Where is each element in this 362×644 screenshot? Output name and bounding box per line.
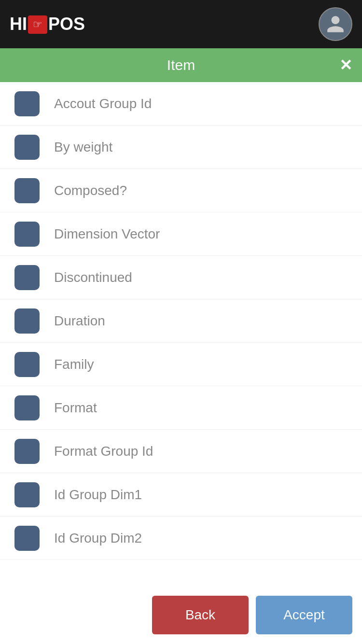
bottom-action-bar: Back Accept — [0, 586, 362, 644]
list-item: Composed? — [0, 169, 362, 212]
item-label-dimension-vector: Dimension Vector — [54, 226, 160, 242]
checkbox-by-weight[interactable] — [14, 135, 40, 160]
checkbox-discontinued[interactable] — [14, 265, 40, 290]
items-list: Accout Group Id By weight Composed? Dime… — [0, 82, 362, 560]
checkbox-accout-group-id[interactable] — [14, 91, 40, 116]
user-icon — [325, 14, 346, 34]
item-label-family: Family — [54, 357, 94, 372]
item-label-by-weight: By weight — [54, 140, 112, 155]
checkbox-id-group-dim1[interactable] — [14, 482, 40, 507]
user-avatar[interactable] — [319, 7, 352, 41]
checkbox-family[interactable] — [14, 352, 40, 377]
list-item: Dimension Vector — [0, 212, 362, 256]
list-item: Family — [0, 343, 362, 386]
item-label-duration: Duration — [54, 313, 105, 329]
page-title: Item — [167, 57, 195, 73]
checkbox-format-group-id[interactable] — [14, 439, 40, 464]
item-label-id-group-dim2: Id Group Dim2 — [54, 531, 142, 546]
header-bar: Item ✕ — [0, 48, 362, 82]
logo-pos: POS — [48, 14, 85, 34]
logo-area: HI POS — [10, 14, 85, 34]
checkbox-composed[interactable] — [14, 178, 40, 203]
list-item: Accout Group Id — [0, 82, 362, 126]
list-item: Id Group Dim2 — [0, 517, 362, 560]
content-area: Accout Group Id By weight Composed? Dime… — [0, 82, 362, 618]
item-label-id-group-dim1: Id Group Dim1 — [54, 487, 142, 503]
item-label-format-group-id: Format Group Id — [54, 444, 153, 459]
item-label-accout-group-id: Accout Group Id — [54, 96, 152, 112]
logo-hi: HI — [10, 14, 27, 34]
item-label-format: Format — [54, 400, 97, 416]
logo-icon — [28, 15, 47, 34]
item-label-discontinued: Discontinued — [54, 270, 132, 285]
top-navigation-bar: HI POS — [0, 0, 362, 48]
back-button[interactable]: Back — [152, 596, 249, 634]
checkbox-id-group-dim2[interactable] — [14, 526, 40, 551]
list-item: Format — [0, 386, 362, 430]
accept-button[interactable]: Accept — [256, 596, 352, 634]
close-button[interactable]: ✕ — [339, 56, 352, 74]
list-item: Id Group Dim1 — [0, 473, 362, 517]
checkbox-format[interactable] — [14, 395, 40, 420]
item-label-composed: Composed? — [54, 183, 127, 198]
list-item: Duration — [0, 299, 362, 343]
checkbox-dimension-vector[interactable] — [14, 222, 40, 247]
list-item: Discontinued — [0, 256, 362, 299]
list-item: Format Group Id — [0, 430, 362, 473]
list-item: By weight — [0, 126, 362, 169]
checkbox-duration[interactable] — [14, 308, 40, 334]
